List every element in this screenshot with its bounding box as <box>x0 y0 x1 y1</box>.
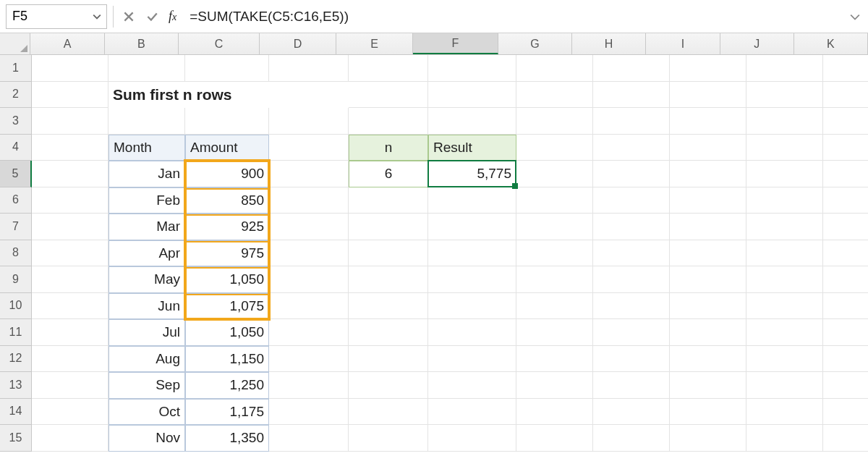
cell[interactable] <box>823 372 868 399</box>
col-header-H[interactable]: H <box>572 33 646 54</box>
cell[interactable] <box>593 266 670 293</box>
cell[interactable] <box>269 399 349 426</box>
cell[interactable] <box>428 346 516 373</box>
cell[interactable] <box>428 214 516 240</box>
cell[interactable] <box>516 346 593 373</box>
row-header-7[interactable]: 7 <box>0 214 32 240</box>
cell[interactable] <box>349 187 428 214</box>
cell[interactable] <box>269 346 349 373</box>
cell[interactable] <box>823 82 868 109</box>
cell[interactable] <box>593 372 670 399</box>
table-cell-amount[interactable]: 1,075 <box>185 293 269 320</box>
cell[interactable] <box>516 82 593 109</box>
table-cell-amount[interactable]: 1,175 <box>185 399 269 426</box>
cell[interactable] <box>670 372 746 399</box>
col-header-D[interactable]: D <box>260 33 336 54</box>
name-box[interactable]: F5 <box>6 4 107 29</box>
cell[interactable] <box>428 55 516 82</box>
cell[interactable] <box>746 346 823 373</box>
col-header-G[interactable]: G <box>498 33 572 54</box>
cell[interactable] <box>32 82 109 109</box>
row-header-5[interactable]: 5 <box>0 161 32 187</box>
cell[interactable] <box>32 214 109 240</box>
cell[interactable] <box>670 266 746 293</box>
cell[interactable] <box>746 161 823 187</box>
cell[interactable] <box>349 108 428 135</box>
cell[interactable] <box>516 293 593 320</box>
cell[interactable] <box>746 135 823 161</box>
expand-formula-bar-icon[interactable] <box>848 9 862 24</box>
result-cell-n[interactable]: 6 <box>349 161 428 187</box>
cell[interactable] <box>670 425 746 452</box>
cell[interactable] <box>349 425 428 452</box>
cell[interactable] <box>428 372 516 399</box>
cell[interactable] <box>593 319 670 346</box>
cell[interactable] <box>823 399 868 426</box>
cell[interactable] <box>269 55 349 82</box>
cell[interactable] <box>593 82 670 109</box>
cell[interactable] <box>32 161 109 187</box>
cell[interactable] <box>593 399 670 426</box>
cell[interactable] <box>185 108 269 135</box>
cell[interactable] <box>516 55 593 82</box>
cell[interactable] <box>823 55 868 82</box>
cell[interactable] <box>269 135 349 161</box>
cell[interactable] <box>823 161 868 187</box>
cell[interactable] <box>746 214 823 240</box>
cell[interactable] <box>269 187 349 214</box>
table-cell-amount[interactable]: 1,150 <box>185 346 269 373</box>
cell[interactable] <box>109 108 185 135</box>
cell[interactable] <box>746 240 823 267</box>
row-header-10[interactable]: 10 <box>0 293 32 320</box>
col-header-F[interactable]: F <box>413 33 498 54</box>
col-header-A[interactable]: A <box>30 33 104 54</box>
cell[interactable] <box>32 346 109 373</box>
cell[interactable] <box>32 187 109 214</box>
cell[interactable] <box>670 319 746 346</box>
cell[interactable] <box>670 293 746 320</box>
table-header-month[interactable]: Month <box>109 135 185 161</box>
cell[interactable] <box>516 372 593 399</box>
cell[interactable] <box>670 55 746 82</box>
row-header-13[interactable]: 13 <box>0 372 32 399</box>
cell[interactable] <box>593 240 670 267</box>
cell[interactable] <box>823 266 868 293</box>
table-cell-month[interactable]: Apr <box>109 240 185 267</box>
cell[interactable] <box>593 187 670 214</box>
cell[interactable] <box>32 293 109 320</box>
cell[interactable] <box>269 108 349 135</box>
table-cell-amount[interactable]: 1,250 <box>185 372 269 399</box>
table-cell-month[interactable]: May <box>109 266 185 293</box>
cell[interactable] <box>823 187 868 214</box>
select-all-corner[interactable] <box>0 33 30 54</box>
cell[interactable] <box>516 108 593 135</box>
result-header-result[interactable]: Result <box>428 135 516 161</box>
cell[interactable] <box>428 425 516 452</box>
cell[interactable] <box>593 346 670 373</box>
cell[interactable] <box>428 319 516 346</box>
cell[interactable] <box>32 266 109 293</box>
cell[interactable] <box>269 161 349 187</box>
result-cell-value[interactable]: 5,775 <box>428 161 516 187</box>
cell[interactable] <box>32 135 109 161</box>
cell[interactable] <box>32 55 109 82</box>
cell[interactable] <box>670 240 746 267</box>
cell[interactable] <box>428 293 516 320</box>
row-header-4[interactable]: 4 <box>0 135 32 161</box>
cell[interactable] <box>516 399 593 426</box>
table-cell-amount[interactable]: 900 <box>185 161 269 187</box>
cell[interactable] <box>349 372 428 399</box>
table-cell-amount[interactable]: 1,050 <box>185 266 269 293</box>
table-cell-amount[interactable]: 975 <box>185 240 269 267</box>
table-cell-month[interactable]: Jul <box>109 319 185 346</box>
cell[interactable] <box>823 425 868 452</box>
cell[interactable] <box>823 293 868 320</box>
cell[interactable] <box>516 135 593 161</box>
table-cell-month[interactable]: Mar <box>109 214 185 240</box>
cell[interactable] <box>516 187 593 214</box>
cell[interactable] <box>746 293 823 320</box>
cell[interactable] <box>349 55 428 82</box>
fx-icon[interactable]: fx <box>166 9 179 24</box>
cell[interactable] <box>428 240 516 267</box>
cell[interactable] <box>269 293 349 320</box>
